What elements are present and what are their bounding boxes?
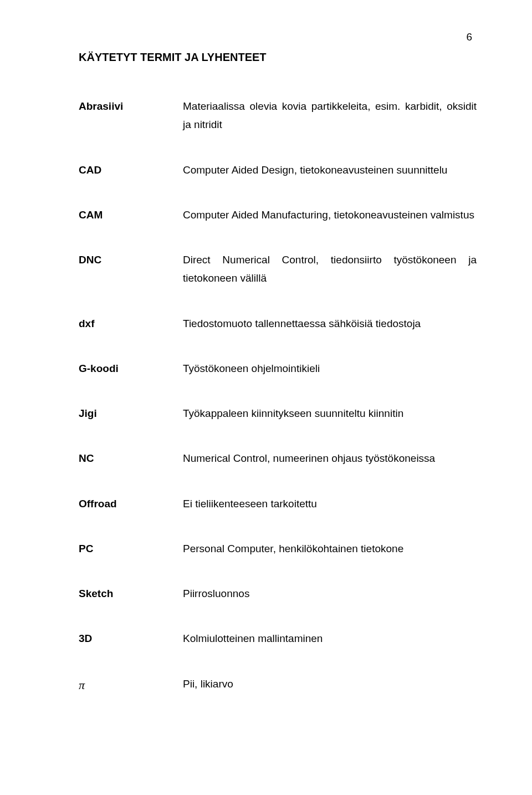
term-definition: Direct Numerical Control, tiedonsiirto t… [183,251,477,288]
term-label: PC [79,539,183,558]
term-definition: Piirrosluonnos [183,584,477,603]
page-number: 6 [466,31,472,43]
term-definition: Computer Aided Design, tietokoneavustein… [183,161,477,179]
term-label: 3D [79,629,183,648]
page-title: KÄYTETYT TERMIT JA LYHENTEET [79,51,477,64]
pi-symbol: π [79,678,85,692]
term-label: Offroad [79,495,183,513]
glossary-entry: 3D Kolmiulotteinen mallintaminen [79,629,477,648]
term-definition: Työstökoneen ohjelmointikieli [183,359,477,378]
term-label: dxf [79,314,183,333]
term-definition: Kolmiulotteinen mallintaminen [183,629,477,648]
term-definition: Työkappaleen kiinnitykseen suunniteltu k… [183,404,477,422]
glossary-entry: NC Numerical Control, numeerinen ohjaus … [79,449,477,467]
term-label: Sketch [79,584,183,603]
glossary-entry: CAD Computer Aided Design, tietokoneavus… [79,161,477,179]
term-definition: Pii, likiarvo [183,675,477,693]
glossary-entry: G-koodi Työstökoneen ohjelmointikieli [79,359,477,378]
glossary-entry: Jigi Työkappaleen kiinnitykseen suunnite… [79,404,477,422]
term-label: CAD [79,161,183,179]
term-definition: Computer Aided Manufacturing, tietokonea… [183,206,477,224]
document-page: 6 KÄYTETYT TERMIT JA LYHENTEET Abrasiivi… [0,0,532,795]
glossary-entry: dxf Tiedostomuoto tallennettaessa sähköi… [79,314,477,333]
term-label: Abrasiivi [79,97,183,115]
term-label: NC [79,449,183,467]
term-definition: Ei tieliikenteeseen tarkoitettu [183,495,477,513]
glossary-entry: Offroad Ei tieliikenteeseen tarkoitettu [79,495,477,513]
term-label: DNC [79,251,183,269]
glossary-entry: CAM Computer Aided Manufacturing, tietok… [79,206,477,224]
term-definition: Tiedostomuoto tallennettaessa sähköisiä … [183,314,477,333]
term-label: Jigi [79,404,183,422]
glossary-entry: π Pii, likiarvo [79,675,477,696]
term-label: G-koodi [79,359,183,378]
term-label: CAM [79,206,183,224]
glossary-entry: Abrasiivi Materiaalissa olevia kovia par… [79,97,477,134]
term-definition: Personal Computer, henkilökohtainen tiet… [183,539,477,558]
term-definition: Materiaalissa olevia kovia partikkeleita… [183,97,477,134]
glossary-entry: PC Personal Computer, henkilökohtainen t… [79,539,477,558]
term-label: π [79,675,183,696]
glossary-entry: Sketch Piirrosluonnos [79,584,477,603]
term-definition: Numerical Control, numeerinen ohjaus työ… [183,449,477,467]
glossary-entry: DNC Direct Numerical Control, tiedonsiir… [79,251,477,288]
